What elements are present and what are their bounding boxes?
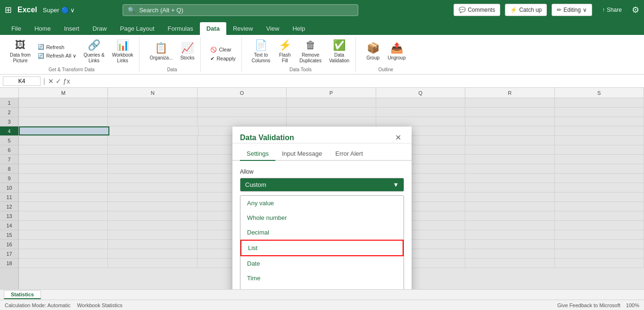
zoom-level: 100% — [626, 302, 639, 308]
chevron-down-icon: ∨ — [583, 7, 587, 13]
group-button[interactable]: 📦 Group — [363, 41, 382, 62]
ungroup-button[interactable]: 📤 Ungroup — [385, 41, 408, 62]
stocks-icon: 📈 — [181, 42, 194, 54]
search-bar[interactable]: 🔍 Search (Alt + Q) — [123, 4, 358, 16]
column-headers: M N O P Q R S — [0, 88, 644, 98]
data-from-picture-button[interactable]: 🖼 Data fromPicture — [8, 38, 33, 65]
organiza-button[interactable]: 📋 Organiza... — [147, 41, 175, 62]
modal-close-button[interactable]: ✕ — [392, 132, 404, 143]
text-columns-icon: 📄 — [255, 39, 267, 51]
comments-button[interactable]: 💬 Comments — [454, 4, 500, 16]
ungroup-icon: 📤 — [390, 42, 403, 54]
tab-help[interactable]: Help — [286, 22, 312, 35]
data-validation-modal: Data Validation ✕ Settings Input Message… — [232, 126, 412, 310]
tab-error-alert[interactable]: Error Alert — [329, 147, 370, 161]
settings-icon[interactable]: ⚙ — [632, 5, 639, 15]
editing-button[interactable]: ✏ Editing ∨ — [552, 4, 592, 16]
waffle-icon[interactable]: ⊞ — [5, 5, 12, 15]
modal-title: Data Validation — [240, 134, 294, 142]
dropdown-item-list[interactable]: List — [240, 240, 404, 256]
share-button[interactable]: ↑ Share — [597, 4, 627, 16]
allow-dropdown[interactable]: Custom ▼ — [240, 178, 404, 192]
col-header-n[interactable]: N — [108, 88, 197, 98]
col-header-s[interactable]: S — [555, 88, 644, 98]
refresh-all-button[interactable]: 🔄 Refresh All ∨ — [36, 52, 78, 60]
ribbon-group-outline: 📦 Group 📤 Ungroup Outline — [360, 37, 412, 72]
refresh-button[interactable]: 🔄 Refresh — [36, 43, 78, 51]
title-bar: ⊞ Excel Super 🔵 ∨ 🔍 Search (Alt + Q) 💬 C… — [0, 0, 644, 20]
reapply-button[interactable]: ✔ Reapply — [208, 55, 237, 63]
dropdown-item-date[interactable]: Date — [240, 256, 404, 271]
tab-draw[interactable]: Draw — [86, 22, 113, 35]
feedback-link[interactable]: Give Feedback to Microsoft — [557, 302, 620, 308]
formula-icons: ✕ ✓ ƒx — [48, 77, 70, 85]
workbook-statistics[interactable]: Workbook Statistics — [77, 302, 122, 308]
sheet-body: 1 2 3 4 5 6 7 8 9 10 11 12 13 14 15 16 1… — [0, 98, 644, 300]
formula-input[interactable] — [73, 76, 641, 85]
user-info: Super 🔵 ∨ — [43, 7, 75, 14]
calculation-mode: Calculation Mode: Automatic — [5, 302, 70, 308]
refresh-icon: 🔄 — [38, 44, 44, 50]
insert-function-icon[interactable]: ƒx — [63, 77, 70, 85]
clear-button[interactable]: 🚫 Clear — [208, 46, 237, 54]
comments-icon: 💬 — [459, 7, 466, 13]
tab-file[interactable]: File — [5, 22, 28, 35]
workbook-icon: 📊 — [116, 39, 129, 51]
cell-reference-input[interactable] — [3, 76, 41, 86]
catchup-button[interactable]: ⚡ Catch up — [505, 4, 547, 16]
modal-tabs: Settings Input Message Error Alert — [232, 143, 412, 161]
ribbon-group-get-transform: 🖼 Data fromPicture 🔄 Refresh 🔄 Refresh A… — [4, 37, 140, 72]
dropdown-item-time[interactable]: Time — [240, 271, 404, 285]
title-bar-right: 💬 Comments ⚡ Catch up ✏ Editing ∨ ↑ Shar… — [454, 4, 639, 16]
title-bar-left: ⊞ Excel Super 🔵 ∨ — [5, 5, 75, 15]
col-header-q[interactable]: Q — [376, 88, 465, 98]
tab-page-layout[interactable]: Page Layout — [114, 22, 161, 35]
workbook-links-button[interactable]: 📊 WorkbookLinks — [110, 38, 136, 65]
flash-fill-button[interactable]: ⚡ FlashFill — [275, 38, 294, 65]
data-validation-button[interactable]: ✅ DataValidation — [327, 38, 352, 65]
tab-formulas[interactable]: Formulas — [161, 22, 200, 35]
modal-header: Data Validation ✕ — [232, 126, 412, 143]
status-bar: Calculation Mode: Automatic Workbook Sta… — [0, 300, 644, 310]
confirm-formula-icon[interactable]: ✓ — [56, 77, 61, 85]
text-to-columns-button[interactable]: 📄 Text toColumns — [249, 38, 272, 65]
dropdown-item-decimal[interactable]: Decimal — [240, 225, 404, 240]
lightning-icon: ⚡ — [510, 7, 517, 13]
remove-duplicates-button[interactable]: 🗑 RemoveDuplicates — [297, 38, 324, 65]
ribbon-group-data-tools: 📄 Text toColumns ⚡ FlashFill 🗑 RemoveDup… — [246, 37, 356, 72]
tab-settings[interactable]: Settings — [240, 147, 275, 161]
tab-insert[interactable]: Insert — [58, 22, 86, 35]
formula-bar: | ✕ ✓ ƒx — [0, 75, 644, 88]
tab-input-message[interactable]: Input Message — [275, 147, 329, 161]
app-name: Excel — [17, 6, 37, 14]
allow-label: Allow — [240, 168, 404, 175]
allow-dropdown-value: Custom — [245, 181, 266, 188]
dropdown-item-any-value[interactable]: Any value — [240, 196, 404, 210]
picture-icon: 🖼 — [15, 39, 25, 51]
tab-view[interactable]: View — [260, 22, 286, 35]
remove-dup-icon: 🗑 — [305, 39, 316, 51]
tab-data[interactable]: Data — [200, 22, 226, 35]
col-header-o[interactable]: O — [198, 88, 287, 98]
sheet-tabs: Statistics — [0, 289, 644, 300]
stocks-button[interactable]: 📈 Stocks — [178, 41, 197, 62]
sheet-tab-statistics[interactable]: Statistics — [4, 290, 41, 299]
cancel-formula-icon[interactable]: ✕ — [48, 77, 54, 85]
formula-divider: | — [43, 77, 45, 85]
dropdown-item-whole-number[interactable]: Whole number — [240, 210, 404, 225]
tab-review[interactable]: Review — [226, 22, 260, 35]
ribbon-group-clear-reapply: 🚫 Clear ✔ Reapply — [205, 37, 241, 72]
col-header-r[interactable]: R — [465, 88, 554, 98]
ribbon-group-stocks: 📋 Organiza... 📈 Stocks Data — [143, 37, 201, 72]
col-header-m[interactable]: M — [19, 88, 108, 98]
tab-home[interactable]: Home — [28, 22, 58, 35]
dropdown-arrow-icon: ▼ — [393, 181, 399, 188]
refresh-all-icon: 🔄 — [38, 53, 44, 59]
flash-fill-icon: ⚡ — [279, 39, 291, 51]
group-icon: 📦 — [367, 42, 380, 54]
data-validation-icon: ✅ — [333, 39, 346, 51]
status-right: Give Feedback to Microsoft 100% — [557, 302, 639, 308]
queries-links-button[interactable]: 🔗 Queries &Links — [81, 38, 107, 65]
col-header-p[interactable]: P — [287, 88, 376, 98]
ribbon: 🖼 Data fromPicture 🔄 Refresh 🔄 Refresh A… — [0, 35, 644, 75]
